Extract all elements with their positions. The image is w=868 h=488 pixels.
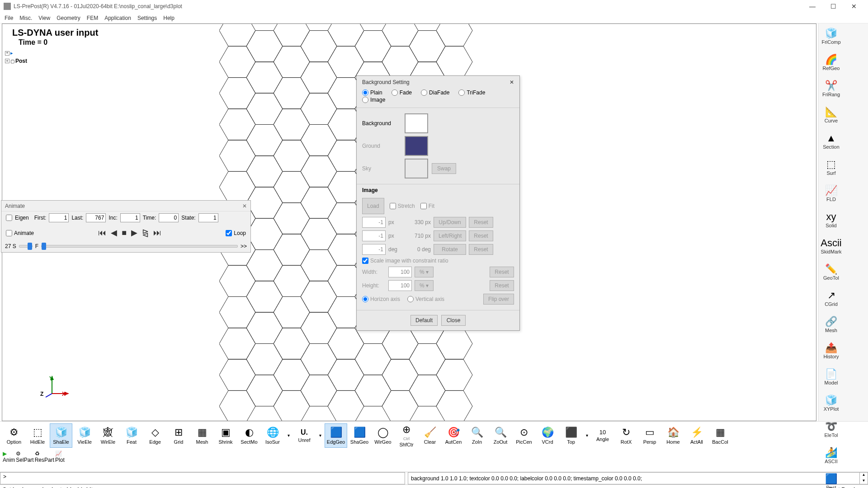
ground-color-swatch[interactable] xyxy=(405,136,428,156)
stretch-checkbox[interactable]: Stretch xyxy=(390,203,415,209)
tb-hidele[interactable]: ⬚HidEle xyxy=(26,423,49,448)
dropdown-arrow-icon[interactable]: ▾ xyxy=(285,433,292,438)
pingpong-button[interactable]: ⧎ xyxy=(142,228,149,238)
radio-diafade[interactable]: DiaFade xyxy=(421,89,449,96)
tb-shageo[interactable]: 🟦ShaGeo xyxy=(348,423,371,448)
fit-checkbox[interactable]: Fit xyxy=(420,203,434,209)
background-color-swatch[interactable] xyxy=(405,113,428,133)
leftright-button[interactable]: Left/Right xyxy=(434,230,466,241)
updown-input[interactable] xyxy=(362,217,386,228)
leftright-input[interactable] xyxy=(362,230,386,241)
default-button[interactable]: Default xyxy=(410,315,438,326)
first-input[interactable] xyxy=(49,213,69,222)
tool-xyplot[interactable]: 🧊XYPlot xyxy=(819,390,844,417)
tb-zoout[interactable]: 🔍ZoOut xyxy=(489,423,512,448)
tb-unref[interactable]: U.Unref xyxy=(293,423,316,448)
tb-actall[interactable]: ⚡ActAll xyxy=(685,423,708,448)
tool-eletol[interactable]: ➰EleTol xyxy=(819,417,844,443)
tool-post[interactable]: 🟦Post xyxy=(819,469,844,488)
dropdown-arrow-icon[interactable]: ▾ xyxy=(316,433,324,438)
menu-geometry[interactable]: Geometry xyxy=(57,15,80,21)
step-back-button[interactable]: ◀ xyxy=(111,228,117,238)
menu-settings[interactable]: Settings xyxy=(137,15,157,21)
updown-button[interactable]: Up/Down xyxy=(434,217,466,228)
reset-button-4[interactable]: Reset xyxy=(490,267,514,277)
tool-section[interactable]: ▲Section xyxy=(819,128,844,155)
tb-respart[interactable]: ♻ResPart xyxy=(35,450,54,470)
tb-option[interactable]: ⚙Option xyxy=(3,423,25,448)
width-input[interactable] xyxy=(388,267,412,277)
tool-fricomp[interactable]: 🧊FriComp xyxy=(819,23,844,50)
tb-anim[interactable]: ▶Anim xyxy=(3,450,15,470)
tool-refgeo[interactable]: 🌈RefGeo xyxy=(819,50,844,76)
slider-more-button[interactable]: >> xyxy=(241,243,247,249)
tb-top[interactable]: ⬛Top xyxy=(560,423,582,448)
sky-color-swatch[interactable] xyxy=(405,159,428,178)
time-input[interactable] xyxy=(159,213,179,222)
tb-wirele[interactable]: 🕸WirEle xyxy=(97,423,119,448)
console-input[interactable]: > xyxy=(0,472,405,484)
skip-start-button[interactable]: ⏮ xyxy=(98,228,106,238)
tb-shrink[interactable]: ▣Shrink xyxy=(214,423,237,448)
radio-trifade[interactable]: TriFade xyxy=(458,89,485,96)
tb-feat[interactable]: 🧊Feat xyxy=(120,423,143,448)
menu-application[interactable]: Application xyxy=(104,15,131,21)
tool-frirang[interactable]: ✂️FriRang xyxy=(819,76,844,102)
inc-input[interactable] xyxy=(120,213,140,222)
tb-wirgeo[interactable]: ◯WirGeo xyxy=(372,423,394,448)
animate-close-icon[interactable]: ✕ xyxy=(242,203,247,209)
tool-geotol[interactable]: ✏️GeoTol xyxy=(819,259,844,286)
tb-persp[interactable]: ▭Persp xyxy=(638,423,661,448)
tb-piccen[interactable]: ⊙PicCen xyxy=(513,423,535,448)
tool-surf[interactable]: ⬚Surf xyxy=(819,155,844,181)
tb-edggeo[interactable]: 🟦EdgGeo xyxy=(325,423,347,448)
tool-ascii[interactable]: 🏄ASCII xyxy=(819,443,844,469)
eigen-checkbox[interactable] xyxy=(6,215,12,221)
console-spinner[interactable]: ▲▼ xyxy=(860,472,868,484)
reset-button-5[interactable]: Reset xyxy=(490,280,514,291)
tb-angle[interactable]: 10Angle xyxy=(591,423,614,448)
animate-title-bar[interactable]: Animate ✕ xyxy=(1,201,250,211)
tb-grid[interactable]: ⊞Grid xyxy=(167,423,190,448)
maximize-button[interactable]: ☐ xyxy=(823,0,844,13)
tb-sectmo[interactable]: ◐SectMo xyxy=(238,423,260,448)
tool-cgrid[interactable]: ↗CGrid xyxy=(819,286,844,312)
tb-home[interactable]: 🏠Home xyxy=(662,423,684,448)
reset-button-1[interactable]: Reset xyxy=(469,217,493,228)
menu-help[interactable]: Help xyxy=(163,15,175,21)
menu-file[interactable]: File xyxy=(5,15,13,21)
menu-fem[interactable]: FEM xyxy=(87,15,98,21)
tb-plot[interactable]: 📈Plot xyxy=(55,450,65,470)
tree-item-post[interactable]: + ▢ Post xyxy=(5,58,27,64)
play-button[interactable]: ▶ xyxy=(131,228,137,238)
reset-button-3[interactable]: Reset xyxy=(469,244,493,255)
tb-zoin[interactable]: 🔍ZoIn xyxy=(466,423,488,448)
tb-edge[interactable]: ◇Edge xyxy=(144,423,166,448)
horizon-axis-radio[interactable]: Horizon axis xyxy=(362,296,400,302)
tree-expand-icon[interactable]: + xyxy=(5,51,9,56)
radio-fade[interactable]: Fade xyxy=(392,89,412,96)
bg-dialog-title-bar[interactable]: Background Setting ✕ xyxy=(357,76,519,89)
tool-curve[interactable]: 📐Curve xyxy=(819,102,844,128)
tb-clear[interactable]: 🧹Clear xyxy=(419,423,441,448)
tb-selpart[interactable]: ⚙SelPart xyxy=(16,450,33,470)
tb-rotx[interactable]: ↻RotX xyxy=(615,423,637,448)
vertical-axis-radio[interactable]: Vertical axis xyxy=(407,296,444,302)
width-unit-dropdown[interactable]: % ▾ xyxy=(415,267,434,277)
radio-image[interactable]: Image xyxy=(362,97,385,103)
tool-model[interactable]: 📄Model xyxy=(819,364,844,390)
frame-slider[interactable] xyxy=(41,245,238,248)
tb-vieele[interactable]: 🧊VieEle xyxy=(73,423,96,448)
last-input[interactable] xyxy=(86,213,106,222)
tool-fld[interactable]: 📈FLD xyxy=(819,181,844,207)
tree-expand-icon[interactable]: + xyxy=(5,59,9,63)
menu-misc[interactable]: Misc. xyxy=(19,15,32,21)
loop-checkbox[interactable] xyxy=(226,230,232,236)
tb-mesh[interactable]: ▦Mesh xyxy=(191,423,213,448)
rotate-button[interactable]: Rotate xyxy=(434,244,466,255)
minimize-button[interactable]: — xyxy=(802,0,823,13)
height-input[interactable] xyxy=(388,280,412,291)
animate-checkbox[interactable] xyxy=(6,230,12,236)
tb-vcrd[interactable]: 🌍VCrd xyxy=(536,423,559,448)
tool-solid[interactable]: xySolid xyxy=(819,207,844,233)
